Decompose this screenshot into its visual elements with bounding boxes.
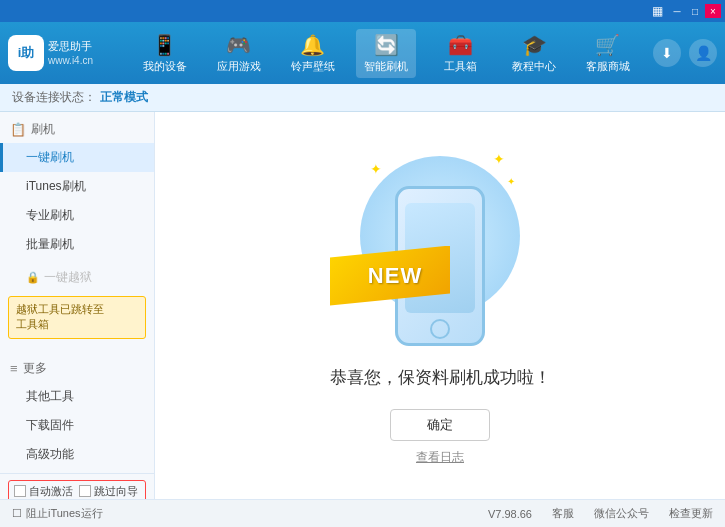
success-illustration: ✦ ✦ ✦ NEW (350, 146, 530, 346)
nav-service[interactable]: 🛒 客服商城 (578, 29, 638, 78)
warning-text: 越狱工具已跳转至工具箱 (16, 303, 104, 330)
sidebar-item-batch-flash[interactable]: 批量刷机 (0, 230, 154, 259)
my-device-icon: 📱 (152, 33, 177, 57)
nav-smart-flash[interactable]: 🔄 智能刷机 (356, 29, 416, 78)
header-right: ⬇ 👤 (653, 39, 717, 67)
sidebar-item-one-key-flash[interactable]: 一键刷机 (0, 143, 154, 172)
flash-section-label: 刷机 (31, 121, 55, 138)
sidebar-flash-section: 📋 刷机 一键刷机 iTunes刷机 专业刷机 批量刷机 (0, 112, 154, 263)
titlebar: ▦ ─ □ × (0, 0, 725, 22)
sidebar-more-section: ≡ 更多 其他工具 下载固件 高级功能 (0, 351, 154, 473)
more-section-label: 更多 (23, 360, 47, 377)
header: i助 爱思助手 www.i4.cn 📱 我的设备 🎮 应用游戏 🔔 铃声壁纸 🔄… (0, 22, 725, 84)
sidebar: 📋 刷机 一键刷机 iTunes刷机 专业刷机 批量刷机 🔒 一键越狱 越狱工具… (0, 112, 155, 499)
success-message: 恭喜您，保资料刷机成功啦！ (330, 366, 551, 389)
maximize-button[interactable]: □ (687, 4, 703, 18)
guide-activate-checkbox[interactable] (79, 485, 91, 497)
sidebar-item-pro-flash[interactable]: 专业刷机 (0, 201, 154, 230)
more-section-icon: ≡ (10, 361, 18, 376)
apps-games-icon: 🎮 (226, 33, 251, 57)
logo-symbol: i助 (18, 44, 35, 62)
tutorial-label: 教程中心 (512, 59, 556, 74)
guide-activate-checkbox-item[interactable]: 跳过向导 (79, 484, 138, 499)
toolbox-icon: 🧰 (448, 33, 473, 57)
confirm-button[interactable]: 确定 (390, 409, 490, 441)
sidebar-disabled-jailbreak: 🔒 一键越狱 (0, 263, 154, 292)
status-label: 设备连接状态： (12, 89, 96, 106)
logo: i助 爱思助手 www.i4.cn (8, 35, 108, 71)
flash-section-icon: 📋 (10, 122, 26, 137)
sparkle-3: ✦ (507, 176, 515, 187)
download-button[interactable]: ⬇ (653, 39, 681, 67)
main-content: ✦ ✦ ✦ NEW 恭喜您，保资料刷机成功啦！ 确定 查看日志 (155, 112, 725, 499)
smart-flash-icon: 🔄 (374, 33, 399, 57)
nav-apps-games[interactable]: 🎮 应用游戏 (209, 29, 269, 78)
app-website: www.i4.cn (48, 54, 93, 67)
log-link[interactable]: 查看日志 (416, 449, 464, 466)
lock-icon: 🔒 (26, 271, 40, 284)
new-text: NEW (358, 263, 422, 289)
sidebar-warning-box: 越狱工具已跳转至工具箱 (8, 296, 146, 339)
no-itunes-item[interactable]: ☐ 阻止iTunes运行 (12, 506, 103, 521)
service-icon: 🛒 (595, 33, 620, 57)
logo-text: 爱思助手 www.i4.cn (48, 39, 93, 66)
auto-activate-label: 自动激活 (29, 484, 73, 499)
toolbox-label: 工具箱 (444, 59, 477, 74)
nav-bar: 📱 我的设备 🎮 应用游戏 🔔 铃声壁纸 🔄 智能刷机 🧰 工具箱 🎓 教程中心… (128, 29, 645, 78)
wifi-icon: ▦ (652, 4, 663, 18)
close-button[interactable]: × (705, 4, 721, 18)
sparkle-1: ✦ (370, 161, 382, 177)
wechat-link[interactable]: 微信公众号 (594, 506, 649, 521)
sidebar-item-download-firmware[interactable]: 下载固件 (0, 411, 154, 440)
smart-flash-label: 智能刷机 (364, 59, 408, 74)
sidebar-more-header: ≡ 更多 (0, 355, 154, 382)
apps-games-label: 应用游戏 (217, 59, 261, 74)
nav-my-device[interactable]: 📱 我的设备 (135, 29, 195, 78)
app-name: 爱思助手 (48, 39, 93, 53)
sparkle-2: ✦ (493, 151, 505, 167)
status-bar: 设备连接状态： 正常模式 (0, 84, 725, 112)
bottom-bar: ☐ 阻止iTunes运行 V7.98.66 客服 微信公众号 检查更新 (0, 499, 725, 527)
status-value: 正常模式 (100, 89, 148, 106)
auto-activate-checkbox[interactable] (14, 485, 26, 497)
sidebar-item-other-tools[interactable]: 其他工具 (0, 382, 154, 411)
auto-toggle-row: 自动激活 跳过向导 (8, 480, 146, 499)
logo-icon: i助 (8, 35, 44, 71)
sidebar-item-itunes-flash[interactable]: iTunes刷机 (0, 172, 154, 201)
sidebar-bottom: 自动激活 跳过向导 📱 iPhone 15 Pro Max 512GB iPho… (0, 473, 154, 499)
nav-tutorial[interactable]: 🎓 教程中心 (504, 29, 564, 78)
minimize-button[interactable]: ─ (669, 4, 685, 18)
nav-ringtones[interactable]: 🔔 铃声壁纸 (283, 29, 343, 78)
tutorial-icon: 🎓 (522, 33, 547, 57)
auto-activate-checkbox-item[interactable]: 自动激活 (14, 484, 73, 499)
no-itunes-label: 阻止iTunes运行 (26, 506, 103, 521)
ringtones-icon: 🔔 (300, 33, 325, 57)
nav-toolbox[interactable]: 🧰 工具箱 (430, 29, 490, 78)
phone-home-button (430, 319, 450, 339)
service-link[interactable]: 客服 (552, 506, 574, 521)
guide-activate-label: 跳过向导 (94, 484, 138, 499)
check-update-link[interactable]: 检查更新 (669, 506, 713, 521)
ringtones-label: 铃声壁纸 (291, 59, 335, 74)
version-label: V7.98.66 (488, 508, 532, 520)
sidebar-item-advanced[interactable]: 高级功能 (0, 440, 154, 469)
sidebar-flash-header: 📋 刷机 (0, 116, 154, 143)
service-label: 客服商城 (586, 59, 630, 74)
checkbox-icon: ☐ (12, 507, 22, 520)
my-device-label: 我的设备 (143, 59, 187, 74)
user-button[interactable]: 👤 (689, 39, 717, 67)
main-area: 📋 刷机 一键刷机 iTunes刷机 专业刷机 批量刷机 🔒 一键越狱 越狱工具… (0, 112, 725, 499)
